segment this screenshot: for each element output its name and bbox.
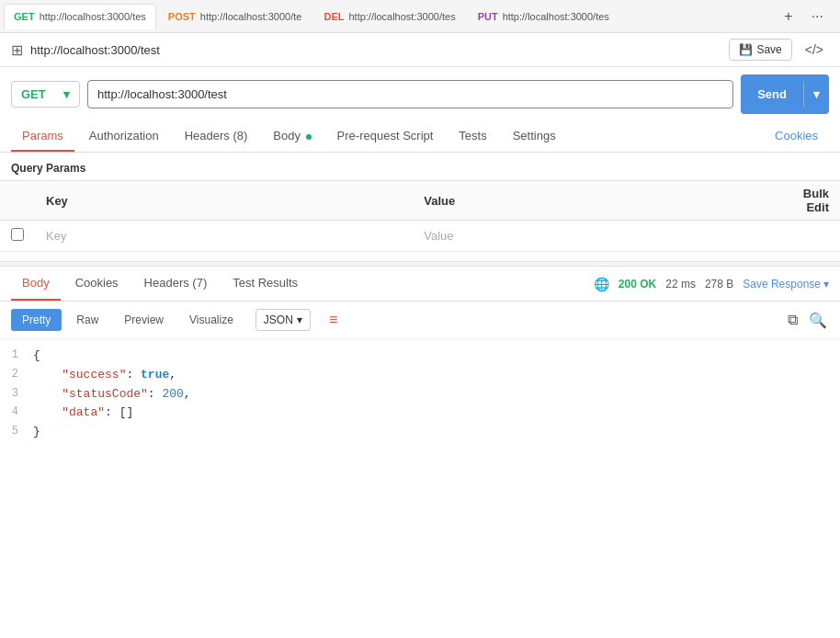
viewer-tab-raw[interactable]: Raw [65, 309, 109, 331]
viewer-actions: ⧉ 🔍 [786, 310, 829, 331]
resp-tab-test-results[interactable]: Test Results [221, 267, 309, 301]
tab-get-url: http://localhost:3000/tes [40, 11, 146, 22]
request-tabs: Params Authorization Headers (8) Body Pr… [0, 121, 840, 153]
request-toolbar: GET ▾ Send ▾ [0, 67, 840, 121]
tab-put-url: http://localhost:3000/tes [503, 11, 609, 22]
send-button[interactable]: Send ▾ [741, 74, 829, 114]
params-key-cell[interactable]: Key [35, 221, 413, 252]
new-tab-button[interactable]: + [778, 6, 798, 27]
globe-icon: 🌐 [594, 277, 609, 291]
wrap-text-icon[interactable]: ≡ [318, 307, 348, 333]
viewer-tabs: Pretty Raw Preview Visualize JSON ▾ ≡ ⧉ … [0, 302, 840, 339]
tab-params[interactable]: Params [11, 121, 74, 152]
tab-get[interactable]: GET http://localhost:3000/tes [4, 4, 156, 29]
tab-del-method: DEL [324, 11, 344, 22]
params-col-checkbox [0, 181, 35, 221]
method-select[interactable]: GET ▾ [11, 81, 80, 108]
tab-put[interactable]: PUT http://localhost:3000/tes [468, 4, 619, 29]
tab-post-method: POST [168, 11, 196, 22]
response-tabs: Body Cookies Headers (7) Test Results 🌐 … [0, 267, 840, 302]
tab-settings[interactable]: Settings [502, 121, 567, 152]
resp-tab-headers[interactable]: Headers (7) [133, 267, 219, 301]
method-chevron-icon: ▾ [63, 87, 70, 101]
code-line-2: 2 "success": true, [0, 366, 840, 385]
tab-post-url: http://localhost:3000/te [200, 11, 302, 22]
response-body: 1 { 2 "success": true, 3 "statusCode": 2… [0, 339, 840, 450]
params-col-key: Key [35, 181, 413, 221]
response-status: 200 OK [619, 278, 656, 291]
viewer-tab-preview[interactable]: Preview [113, 309, 175, 331]
url-input[interactable] [87, 80, 733, 108]
address-url: http://localhost:3000/test [30, 43, 721, 57]
table-row: Key Value [0, 221, 840, 252]
address-bar: ⊞ http://localhost:3000/test 💾 Save </> [0, 33, 840, 67]
viewer-tab-pretty[interactable]: Pretty [11, 309, 62, 331]
tab-cookies[interactable]: Cookies [764, 121, 829, 152]
address-icon: ⊞ [11, 41, 23, 59]
code-line-1: 1 { [0, 347, 840, 366]
resp-tab-cookies[interactable]: Cookies [64, 267, 130, 301]
send-label: Send [741, 81, 803, 108]
address-bar-actions: 💾 Save </> [729, 39, 829, 61]
params-row-checkbox-cell [0, 221, 35, 252]
query-params-title: Query Params [0, 153, 840, 180]
format-select[interactable]: JSON ▾ [255, 309, 311, 331]
method-label: GET [21, 87, 46, 101]
more-tabs-button[interactable]: ··· [806, 6, 829, 27]
tab-tests[interactable]: Tests [448, 121, 497, 152]
response-time: 22 ms [665, 278, 696, 291]
tab-actions: + ··· [771, 6, 836, 27]
tab-authorization[interactable]: Authorization [78, 121, 170, 152]
tab-del[interactable]: DEL http://localhost:3000/tes [313, 4, 465, 29]
code-button[interactable]: </> [800, 40, 829, 59]
response-size: 278 B [705, 278, 733, 291]
save-icon: 💾 [739, 43, 753, 56]
save-label: Save [756, 43, 781, 56]
tab-headers[interactable]: Headers (8) [174, 121, 259, 152]
resp-tab-body[interactable]: Body [11, 267, 61, 301]
params-value-cell[interactable]: Value [413, 221, 790, 252]
tab-del-url: http://localhost:3000/tes [348, 11, 455, 22]
params-table: Key Value Bulk Edit Key Value [0, 180, 840, 252]
tab-pre-request[interactable]: Pre-request Script [326, 121, 445, 152]
format-chevron-icon: ▾ [297, 313, 302, 326]
send-dropdown-icon[interactable]: ▾ [803, 81, 829, 108]
tab-body[interactable]: Body [262, 121, 322, 152]
save-response-chevron-icon: ▾ [823, 278, 829, 291]
tab-put-method: PUT [478, 11, 498, 22]
body-dot-badge [306, 134, 312, 140]
save-button[interactable]: 💾 Save [729, 39, 791, 61]
tab-get-method: GET [14, 11, 35, 22]
params-row-checkbox[interactable] [11, 228, 24, 241]
viewer-tab-visualize[interactable]: Visualize [178, 309, 244, 331]
code-line-4: 4 "data": [] [0, 404, 840, 423]
params-col-value: Value [413, 181, 790, 221]
search-icon[interactable]: 🔍 [807, 310, 829, 331]
code-line-5: 5 } [0, 423, 840, 442]
code-line-3: 3 "statusCode": 200, [0, 385, 840, 404]
copy-icon[interactable]: ⧉ [786, 310, 800, 330]
response-meta: 🌐 200 OK 22 ms 278 B Save Response ▾ [594, 277, 829, 291]
tab-post[interactable]: POST http://localhost:3000/te [158, 4, 312, 29]
tab-bar: GET http://localhost:3000/tes POST http:… [0, 0, 840, 33]
params-col-bulk-edit[interactable]: Bulk Edit [791, 181, 840, 221]
format-label: JSON [264, 313, 293, 326]
params-bulk-cell [791, 221, 840, 252]
save-response-button[interactable]: Save Response ▾ [743, 278, 829, 291]
